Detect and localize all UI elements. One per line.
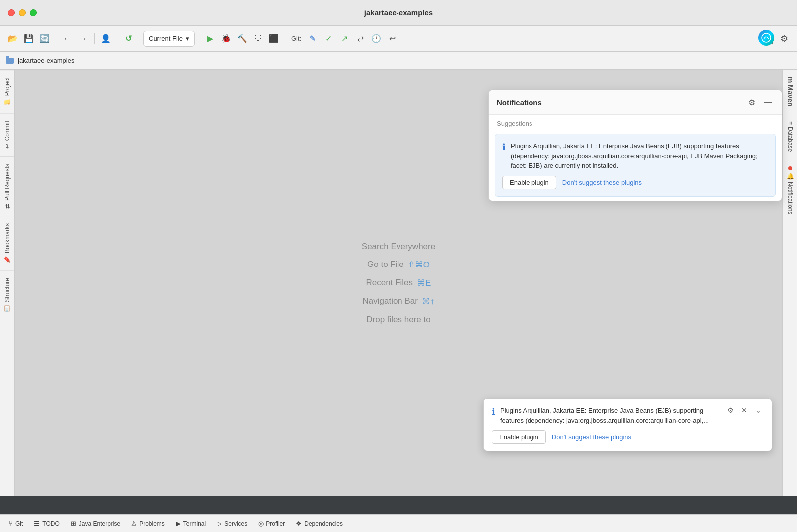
dont-suggest-link[interactable]: Don't suggest these plugins bbox=[562, 179, 642, 186]
navigation-bar-text: Navigation Bar bbox=[362, 296, 418, 306]
coverage-button[interactable]: 🛡 bbox=[251, 32, 265, 46]
back-button[interactable]: ← bbox=[60, 32, 74, 46]
open-folder-button[interactable]: 📂 bbox=[6, 32, 20, 46]
sidebar-item-commit[interactable]: ↩ Commit bbox=[0, 113, 14, 156]
bottom-tab-todo[interactable]: ☰ TODO bbox=[29, 518, 64, 529]
bottom-tab-services[interactable]: ▷ Services bbox=[212, 518, 252, 529]
sidebar-item-maven[interactable]: m Maven bbox=[783, 70, 797, 114]
toast-settings-button[interactable]: ⚙ bbox=[725, 405, 736, 416]
toast-expand-button[interactable]: ⌄ bbox=[753, 405, 764, 416]
bottom-tab-git[interactable]: ⑂ Git bbox=[4, 518, 28, 529]
git-pull-button[interactable]: ⇄ bbox=[353, 32, 367, 46]
navigation-bar-shortcut: ⌘↑ bbox=[422, 296, 435, 307]
main-toolbar: 📂 💾 🔄 ← → 👤 ↺ Current File ▾ ▶ 🐞 🔨 🛡 ⬛ G… bbox=[0, 26, 797, 52]
toast-controls: ⚙ ✕ ⌄ bbox=[725, 405, 764, 416]
bottom-tab-profiler[interactable]: ◎ Profiler bbox=[253, 518, 290, 529]
sidebar-item-project[interactable]: 📁 Project bbox=[0, 70, 14, 113]
toast-dont-suggest-link[interactable]: Don't suggest these plugins bbox=[552, 433, 631, 441]
terminal-icon: ▶ bbox=[176, 520, 181, 527]
separator-6 bbox=[285, 33, 285, 44]
bottom-tab-java-enterprise[interactable]: ⊞ Java Enterprise bbox=[66, 518, 125, 529]
main-layout: 📁 Project ↩ Commit ⇄ Pull Requests 🔖 Boo… bbox=[0, 70, 797, 496]
dependencies-icon: ❖ bbox=[296, 520, 302, 527]
recent-files-hint: Recent Files ⌘E bbox=[366, 278, 431, 288]
build-button[interactable]: 🔨 bbox=[235, 32, 249, 46]
toast-header: ℹ Plugins Arquillian, Jakarta EE: Enterp… bbox=[492, 406, 764, 425]
notifications-settings-button[interactable]: ⚙ bbox=[746, 96, 758, 108]
current-file-button[interactable]: Current File ▾ bbox=[143, 31, 195, 47]
notification-text: Plugins Arquillian, Jakarta EE: Enterpri… bbox=[511, 141, 768, 171]
notification-toast: ℹ Plugins Arquillian, Jakarta EE: Enterp… bbox=[483, 399, 772, 451]
forward-button[interactable]: → bbox=[76, 32, 90, 46]
navigation-bar-hint: Navigation Bar ⌘↑ bbox=[362, 296, 434, 307]
sidebar-item-database[interactable]: ≡ Database bbox=[783, 114, 797, 159]
bottom-tab-terminal[interactable]: ▶ Terminal bbox=[171, 518, 211, 529]
git-history-button[interactable]: 🕐 bbox=[369, 32, 383, 46]
git-check-button[interactable]: ✓ bbox=[321, 32, 335, 46]
notifications-panel-actions: ⚙ — bbox=[746, 96, 774, 108]
notifications-panel: Notifications ⚙ — Suggestions ℹ Plugins … bbox=[488, 90, 782, 201]
maximize-button[interactable] bbox=[30, 9, 37, 16]
enable-plugin-button[interactable]: Enable plugin bbox=[502, 176, 556, 189]
goto-file-text: Go to File bbox=[367, 260, 404, 269]
project-folder-icon bbox=[6, 58, 14, 64]
svg-point-0 bbox=[762, 33, 771, 42]
bottom-tab-dependencies[interactable]: ❖ Dependencies bbox=[291, 518, 348, 529]
git-edit-button[interactable]: ✎ bbox=[305, 32, 319, 46]
sidebar-item-notifications[interactable]: 🔔 Notifications bbox=[783, 159, 797, 222]
save-button[interactable]: 💾 bbox=[22, 32, 36, 46]
maven-tab-icon: m bbox=[786, 77, 794, 83]
toast-close-button[interactable]: ✕ bbox=[739, 405, 750, 416]
pull-requests-tab-icon: ⇄ bbox=[4, 204, 11, 209]
separator-2 bbox=[94, 33, 95, 44]
notification-item-content: ℹ Plugins Arquillian, Jakarta EE: Enterp… bbox=[502, 141, 768, 171]
toast-info-icon: ℹ bbox=[492, 406, 495, 417]
traffic-lights bbox=[8, 9, 37, 16]
bottom-tab-problems[interactable]: ⚠ Problems bbox=[126, 518, 170, 529]
git-label: Git: bbox=[291, 35, 301, 42]
debug-button[interactable]: 🐞 bbox=[219, 32, 233, 46]
toast-enable-plugin-button[interactable]: Enable plugin bbox=[492, 430, 546, 444]
sidebar-item-bookmarks[interactable]: 🔖 Bookmarks bbox=[0, 216, 14, 270]
notification-actions: Enable plugin Don't suggest these plugin… bbox=[502, 176, 768, 189]
notifications-panel-title: Notifications bbox=[497, 98, 542, 107]
git-undo-button[interactable]: ↩ bbox=[385, 32, 399, 46]
goto-file-hint: Go to File ⇧⌘O bbox=[367, 260, 430, 270]
bookmarks-tab-icon: 🔖 bbox=[4, 256, 11, 264]
notifications-tab-icon: 🔔 bbox=[787, 172, 794, 180]
right-sidebar: m Maven ≡ Database 🔔 Notifications bbox=[782, 70, 797, 496]
git-push-button[interactable]: ↗ bbox=[337, 32, 351, 46]
separator-5 bbox=[199, 33, 199, 44]
revert-button[interactable]: ↺ bbox=[121, 32, 135, 46]
notifications-badge bbox=[788, 166, 792, 170]
structure-tab-icon: 📋 bbox=[4, 305, 11, 312]
close-button[interactable] bbox=[8, 9, 15, 16]
sidebar-item-structure[interactable]: 📋 Structure bbox=[0, 270, 14, 320]
recent-files-shortcut: ⌘E bbox=[417, 278, 431, 288]
sidebar-item-pull-requests[interactable]: ⇄ Pull Requests bbox=[0, 156, 14, 216]
bottom-bar: ⑂ Git ☰ TODO ⊞ Java Enterprise ⚠ Problem… bbox=[0, 514, 797, 532]
suggestions-label: Suggestions bbox=[489, 115, 782, 130]
run-button[interactable]: ▶ bbox=[203, 32, 217, 46]
minimize-button[interactable] bbox=[19, 9, 26, 16]
notifications-panel-header: Notifications ⚙ — bbox=[489, 90, 782, 115]
dropdown-arrow-icon: ▾ bbox=[186, 35, 189, 42]
left-sidebar: 📁 Project ↩ Commit ⇄ Pull Requests 🔖 Boo… bbox=[0, 70, 15, 496]
ide-logo bbox=[758, 30, 774, 46]
recent-files-text: Recent Files bbox=[366, 278, 413, 288]
goto-file-shortcut: ⇧⌘O bbox=[408, 260, 430, 270]
toast-actions: Enable plugin Don't suggest these plugin… bbox=[492, 430, 764, 444]
window-title: jakartaee-examples bbox=[364, 8, 433, 17]
stop-button[interactable]: ⬛ bbox=[267, 32, 281, 46]
settings-button[interactable]: ⚙ bbox=[777, 32, 791, 46]
separator-4 bbox=[139, 33, 139, 44]
search-everywhere-text: Search Everywhere bbox=[362, 242, 435, 252]
drop-files-hint: Drop files here to bbox=[366, 315, 430, 325]
notifications-close-button[interactable]: — bbox=[762, 96, 774, 108]
reload-button[interactable]: 🔄 bbox=[38, 32, 52, 46]
project-tab-icon: 📁 bbox=[4, 99, 11, 106]
user-button[interactable]: 👤 bbox=[99, 32, 113, 46]
commit-tab-icon: ↩ bbox=[4, 144, 11, 149]
title-bar: jakartaee-examples bbox=[0, 0, 797, 26]
todo-icon: ☰ bbox=[34, 520, 40, 527]
